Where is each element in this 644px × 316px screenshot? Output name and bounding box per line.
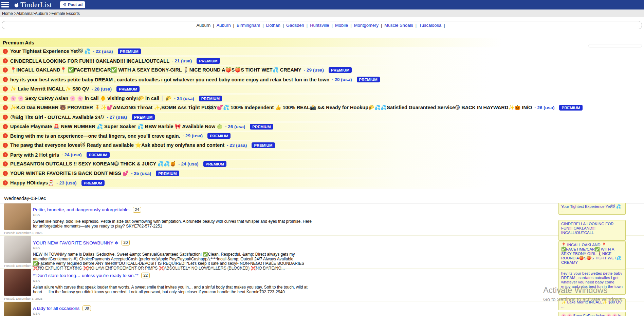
premium-ad-row[interactable]: 🌸 🌸 Sexy CuRvy Asian 🌸 🌸 in call 🐥 visit… [0, 95, 644, 102]
up-arrow-icon [3, 143, 8, 148]
city-link-muscle-shoals[interactable]: Muscle Shoals [384, 23, 413, 28]
listing-title-link[interactable]: A lady for all occasions [33, 306, 79, 311]
premium-ad-row[interactable]: The pawg that everyone loves😼 Ready and … [0, 141, 644, 149]
premium-ad-row[interactable]: CINDERELLA LOOKING FOR FUN!!! OAKLAND!!!… [0, 57, 644, 65]
premium-ad-row[interactable]: PLEASANTON OUTCALLS !! SEXY KOREAN😍 THIC… [0, 160, 644, 168]
age-badge: 22 [141, 273, 150, 278]
city-link-auburn[interactable]: Auburn [217, 23, 231, 28]
premium-ad-title: ✨ Lake Merritt INCALL✨ $80 QV [10, 86, 89, 92]
premium-ad-row[interactable]: YOUR WINTER FAVORITE IS BACK DONT MISS 💕… [0, 170, 644, 177]
city-link-huntsville[interactable]: Huntsville [310, 23, 329, 28]
listing-country: USA [33, 312, 40, 315]
hamburger-menu-icon[interactable] [1, 2, 10, 8]
listing-country: USA [33, 279, 40, 282]
premium-ad-row[interactable]: 📍INCALL OAKLAND📍 ✅FACETIME/CAR✅ WITH A S… [0, 66, 644, 74]
premium-ad-row[interactable]: ✨K.O Daa NUMBER 🐻 PROVIDER 🧍✨💕AMAZING Th… [0, 104, 644, 112]
city-link-mobile[interactable]: Mobile [335, 23, 348, 28]
city-separator: | [233, 23, 234, 28]
premium-ad-meta: - 29 (usa) [304, 67, 324, 73]
age-badge: 20 [122, 240, 130, 245]
premium-ad-title: Upscale Playmate 🚨 NEW NUMBER 💦 Super So… [10, 124, 223, 130]
breadcrumb-bar: Home >Alabama>Auburn >Female Escorts [0, 9, 644, 17]
premium-badge: PREMIUM [116, 86, 140, 92]
listing-title-row: *"Don't stare too long… unless you're re… [33, 273, 150, 278]
posted-date: Posted: December 3, 2025 [4, 264, 42, 268]
up-arrow-icon [3, 86, 8, 92]
listing-item: Petite, brunette, and dangerously unforg… [0, 203, 644, 236]
premium-ad-meta: - 20 (usa) [332, 77, 352, 82]
listing-title-row: A lady for all occasions 38 [33, 305, 91, 311]
sidebar-ad-title: 📍 INCALL OAKLAND 📍 ✅FACETIME/CAR✅ WITH A… [561, 243, 623, 265]
premium-ad-meta: - 24 (usa) [174, 96, 194, 101]
premium-ads-title: Premium Ads [3, 40, 34, 45]
post-ad-label: Post ad [68, 2, 82, 7]
listing-title-link[interactable]: *"Don't stare too long… unless you're re… [33, 273, 138, 278]
sidebar-ad-more: ... [561, 235, 623, 239]
city-link-dothan[interactable]: Dothan [266, 23, 280, 28]
up-arrow-icon [3, 161, 8, 166]
premium-ad-title: 🌸 🌸 Sexy CuRvy Asian 🌸 🌸 in call 🐥 visit… [10, 96, 171, 101]
premium-ad-meta: - 23 (usa) [227, 143, 247, 148]
paper-plane-icon [62, 3, 67, 7]
hamburger-bar [1, 6, 9, 7]
premium-ad-title: Being with me is an experience—one that … [10, 133, 180, 139]
city-nav-box: Auburn | Auburn | Birmingham | Dothan | … [2, 21, 642, 29]
premium-ad-row[interactable]: hey its your best wettes petite baby DRE… [0, 76, 644, 83]
premium-badge: PREMIUM [197, 58, 220, 64]
premium-ads-panel: Premium Ads Your Tightest Experience Yet… [0, 38, 644, 189]
premium-ad-meta: - 26 (usa) [225, 124, 245, 129]
city-separator: | [350, 23, 351, 28]
flame-icon [14, 2, 19, 8]
up-arrow-icon [3, 67, 8, 73]
sidebar-ad-box[interactable]: 🌸 🌸 Sexy CuRvy Asian 🌸 🌸 in call 🐥 visit… [558, 312, 626, 316]
premium-ad-meta: - 23 (usa) [56, 180, 76, 185]
city-link-montgomery[interactable]: Montgomery [354, 23, 379, 28]
activate-windows-hint: Go to Settings to activate Windows. [543, 296, 624, 302]
premium-ad-meta: - 27 (usa) [107, 115, 127, 120]
breadcrumb[interactable]: Home >Alabama>Auburn >Female Escorts [2, 11, 80, 16]
premium-ad-meta: - 24 (usa) [61, 152, 81, 157]
listing-item: A lady for all occasions 38 USA [0, 302, 644, 316]
premium-ad-row[interactable]: Upscale Playmate 🚨 NEW NUMBER 💦 Super So… [0, 123, 644, 131]
sidebar-ad-more: ... [561, 265, 623, 269]
premium-ad-meta: - 21 (usa) [172, 58, 192, 63]
sidebar-ad-more: ... [561, 209, 623, 213]
listing-thumbnail[interactable] [4, 236, 31, 263]
site-logo[interactable]: TinderList [14, 1, 52, 9]
city-link-tuscaloosa[interactable]: Tuscaloosa [419, 23, 441, 28]
premium-ad-meta: - 25 (usa) [131, 171, 151, 176]
listing-title-link[interactable]: YOUR NEW FAVORITE SNOWBUNNY ❄ [33, 240, 118, 245]
listing-title-row: YOUR NEW FAVORITE SNOWBUNNY ❄ 20 [33, 240, 130, 245]
premium-ad-title: Your Tightest Experience Yet😼 💦 [10, 48, 90, 54]
age-badge: 38 [82, 305, 91, 311]
premium-ad-row[interactable]: Party with 2 Hot girls- 24 (usa)PREMIUM [0, 151, 644, 159]
premium-badge: PREMIUM [559, 105, 582, 111]
premium-ad-row[interactable]: Happy HOlidays🎅- 23 (usa)PREMIUM [0, 179, 644, 187]
listing-description: NEW IN TOWNMy name is Dallas !Seductive,… [33, 252, 315, 271]
sidebar-ad-box[interactable]: CINDERELLA LOOKING FOR FUN!!! OAKLAND!!!… [558, 220, 626, 241]
sidebar-ad-box[interactable]: 📍 INCALL OAKLAND 📍 ✅FACETIME/CAR✅ WITH A… [558, 241, 626, 271]
premium-ad-meta: - 28 (usa) [92, 86, 112, 92]
premium-ad-row[interactable]: ✨ Lake Merritt INCALL✨ $80 QV- 28 (usa)P… [0, 85, 644, 93]
premium-ad-title: hey its your best wettes petite baby DRE… [10, 77, 329, 82]
listing-title-link[interactable]: Petite, brunette, and dangerously unforg… [33, 207, 130, 212]
city-separator: | [332, 23, 333, 28]
premium-badge: PREMIUM [81, 180, 105, 186]
premium-ad-row[interactable]: 😘Big Tits Girl - OUTCALL Available 24/7-… [0, 113, 644, 121]
city-link-birmingham[interactable]: Birmingham [237, 23, 260, 28]
listing-thumbnail[interactable] [4, 269, 31, 296]
city-separator: | [213, 23, 214, 28]
date-header: Wednesday-03-Dec [4, 196, 46, 201]
premium-badge: PREMIUM [132, 114, 155, 120]
sidebar-ad-box[interactable]: Your Tightest Experience Yet😼 💦 ... [558, 203, 626, 215]
listing-thumbnail[interactable] [4, 203, 31, 230]
premium-scrollbar[interactable] [588, 44, 642, 47]
premium-ad-row[interactable]: Being with me is an experience—one that … [0, 132, 644, 140]
post-ad-button[interactable]: Post ad [60, 1, 85, 8]
city-current: Auburn [196, 23, 210, 28]
premium-ad-row[interactable]: Your Tightest Experience Yet😼 💦- 22 (usa… [0, 47, 644, 55]
city-separator: | [444, 23, 445, 28]
city-link-gadsden[interactable]: Gadsden [286, 23, 304, 28]
premium-badge: PREMIUM [199, 96, 222, 101]
listing-thumbnail[interactable] [4, 302, 31, 316]
